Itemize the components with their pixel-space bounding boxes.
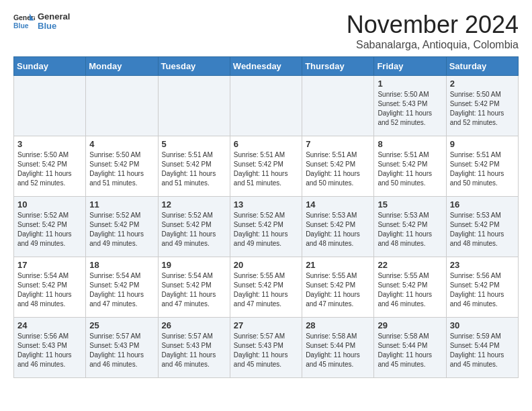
day-info: Sunrise: 5:58 AMSunset: 5:44 PMDaylight:… <box>378 332 442 369</box>
day-number: 27 <box>234 320 298 330</box>
day-number: 15 <box>378 199 442 210</box>
day-number: 13 <box>234 199 298 210</box>
calendar-cell: 4Sunrise: 5:50 AMSunset: 5:42 PMDaylight… <box>86 136 158 197</box>
day-number: 18 <box>89 260 154 270</box>
day-number: 12 <box>162 199 226 210</box>
logo-icon: General Blue <box>13 11 35 32</box>
calendar-cell <box>158 76 230 136</box>
weekday-header: Saturday <box>446 57 518 76</box>
day-number: 3 <box>17 139 82 149</box>
calendar-cell: 3Sunrise: 5:50 AMSunset: 5:42 PMDaylight… <box>14 136 86 197</box>
location-subtitle: Sabanalarga, Antioquia, Colombia <box>347 39 519 51</box>
day-number: 17 <box>17 260 82 270</box>
calendar-cell: 14Sunrise: 5:53 AMSunset: 5:42 PMDayligh… <box>302 197 374 257</box>
day-info: Sunrise: 5:53 AMSunset: 5:42 PMDaylight:… <box>450 211 515 248</box>
day-info: Sunrise: 5:57 AMSunset: 5:43 PMDaylight:… <box>234 332 298 369</box>
day-info: Sunrise: 5:51 AMSunset: 5:42 PMDaylight:… <box>234 150 298 188</box>
day-number: 28 <box>306 320 370 330</box>
day-info: Sunrise: 5:52 AMSunset: 5:42 PMDaylight:… <box>17 211 82 248</box>
calendar-cell: 19Sunrise: 5:54 AMSunset: 5:42 PMDayligh… <box>158 257 230 318</box>
calendar-cell: 12Sunrise: 5:52 AMSunset: 5:42 PMDayligh… <box>158 197 230 257</box>
header: General Blue General Blue November 2024 … <box>13 11 519 51</box>
day-info: Sunrise: 5:55 AMSunset: 5:42 PMDaylight:… <box>306 271 370 309</box>
day-info: Sunrise: 5:54 AMSunset: 5:42 PMDaylight:… <box>17 271 82 309</box>
day-number: 4 <box>89 139 154 149</box>
month-title: November 2024 <box>347 11 519 39</box>
day-info: Sunrise: 5:50 AMSunset: 5:43 PMDaylight:… <box>378 90 442 128</box>
day-info: Sunrise: 5:56 AMSunset: 5:43 PMDaylight:… <box>17 332 82 369</box>
day-info: Sunrise: 5:51 AMSunset: 5:42 PMDaylight:… <box>450 150 515 188</box>
day-info: Sunrise: 5:51 AMSunset: 5:42 PMDaylight:… <box>306 150 370 188</box>
calendar-cell: 25Sunrise: 5:57 AMSunset: 5:43 PMDayligh… <box>86 318 158 378</box>
day-info: Sunrise: 5:54 AMSunset: 5:42 PMDaylight:… <box>162 271 226 309</box>
logo-general-text: General <box>38 12 70 21</box>
calendar-cell: 2Sunrise: 5:50 AMSunset: 5:42 PMDaylight… <box>446 76 518 136</box>
day-number: 1 <box>378 79 442 89</box>
day-info: Sunrise: 5:54 AMSunset: 5:42 PMDaylight:… <box>89 271 154 309</box>
day-number: 19 <box>162 260 226 270</box>
calendar-cell: 27Sunrise: 5:57 AMSunset: 5:43 PMDayligh… <box>230 318 302 378</box>
day-number: 6 <box>234 139 298 149</box>
calendar-cell: 17Sunrise: 5:54 AMSunset: 5:42 PMDayligh… <box>14 257 86 318</box>
day-info: Sunrise: 5:50 AMSunset: 5:42 PMDaylight:… <box>450 90 515 128</box>
calendar-cell: 22Sunrise: 5:55 AMSunset: 5:42 PMDayligh… <box>374 257 446 318</box>
calendar-table: SundayMondayTuesdayWednesdayThursdayFrid… <box>13 56 519 378</box>
weekday-header: Thursday <box>302 57 374 76</box>
calendar-cell: 11Sunrise: 5:52 AMSunset: 5:42 PMDayligh… <box>86 197 158 257</box>
day-info: Sunrise: 5:57 AMSunset: 5:43 PMDaylight:… <box>162 332 226 369</box>
calendar-cell <box>14 76 86 136</box>
day-number: 14 <box>306 199 370 210</box>
calendar-cell: 26Sunrise: 5:57 AMSunset: 5:43 PMDayligh… <box>158 318 230 378</box>
logo-blue-text: Blue <box>38 21 70 31</box>
day-info: Sunrise: 5:51 AMSunset: 5:42 PMDaylight:… <box>162 150 226 188</box>
day-info: Sunrise: 5:52 AMSunset: 5:42 PMDaylight:… <box>89 211 154 248</box>
calendar-cell: 28Sunrise: 5:58 AMSunset: 5:44 PMDayligh… <box>302 318 374 378</box>
day-info: Sunrise: 5:50 AMSunset: 5:42 PMDaylight:… <box>89 150 154 188</box>
day-number: 24 <box>17 320 82 330</box>
day-info: Sunrise: 5:55 AMSunset: 5:42 PMDaylight:… <box>378 271 442 309</box>
day-number: 22 <box>378 260 442 270</box>
day-info: Sunrise: 5:52 AMSunset: 5:42 PMDaylight:… <box>234 211 298 248</box>
calendar-cell: 29Sunrise: 5:58 AMSunset: 5:44 PMDayligh… <box>374 318 446 378</box>
day-info: Sunrise: 5:59 AMSunset: 5:44 PMDaylight:… <box>450 332 515 369</box>
title-block: November 2024 Sabanalarga, Antioquia, Co… <box>347 11 519 51</box>
weekday-header: Wednesday <box>230 57 302 76</box>
day-number: 11 <box>89 199 154 210</box>
logo: General Blue General Blue <box>13 11 70 32</box>
calendar-cell: 1Sunrise: 5:50 AMSunset: 5:43 PMDaylight… <box>374 76 446 136</box>
day-info: Sunrise: 5:53 AMSunset: 5:42 PMDaylight:… <box>306 211 370 248</box>
calendar-cell: 20Sunrise: 5:55 AMSunset: 5:42 PMDayligh… <box>230 257 302 318</box>
day-info: Sunrise: 5:57 AMSunset: 5:43 PMDaylight:… <box>89 332 154 369</box>
day-number: 5 <box>162 139 226 149</box>
day-number: 29 <box>378 320 442 330</box>
calendar-cell: 30Sunrise: 5:59 AMSunset: 5:44 PMDayligh… <box>446 318 518 378</box>
weekday-header: Sunday <box>14 57 86 76</box>
calendar-cell <box>86 76 158 136</box>
svg-text:Blue: Blue <box>13 22 29 30</box>
calendar-cell: 23Sunrise: 5:56 AMSunset: 5:42 PMDayligh… <box>446 257 518 318</box>
day-number: 26 <box>162 320 226 330</box>
day-number: 20 <box>234 260 298 270</box>
day-info: Sunrise: 5:50 AMSunset: 5:42 PMDaylight:… <box>17 150 82 188</box>
calendar-cell: 5Sunrise: 5:51 AMSunset: 5:42 PMDaylight… <box>158 136 230 197</box>
calendar-cell: 7Sunrise: 5:51 AMSunset: 5:42 PMDaylight… <box>302 136 374 197</box>
calendar-cell: 24Sunrise: 5:56 AMSunset: 5:43 PMDayligh… <box>14 318 86 378</box>
calendar-cell: 16Sunrise: 5:53 AMSunset: 5:42 PMDayligh… <box>446 197 518 257</box>
calendar-cell: 15Sunrise: 5:53 AMSunset: 5:42 PMDayligh… <box>374 197 446 257</box>
day-info: Sunrise: 5:52 AMSunset: 5:42 PMDaylight:… <box>162 211 226 248</box>
day-number: 2 <box>450 79 515 89</box>
day-number: 10 <box>17 199 82 210</box>
day-info: Sunrise: 5:58 AMSunset: 5:44 PMDaylight:… <box>306 332 370 369</box>
day-number: 21 <box>306 260 370 270</box>
day-number: 23 <box>450 260 515 270</box>
day-info: Sunrise: 5:51 AMSunset: 5:42 PMDaylight:… <box>378 150 442 188</box>
calendar-cell: 18Sunrise: 5:54 AMSunset: 5:42 PMDayligh… <box>86 257 158 318</box>
calendar-cell: 10Sunrise: 5:52 AMSunset: 5:42 PMDayligh… <box>14 197 86 257</box>
calendar-cell: 6Sunrise: 5:51 AMSunset: 5:42 PMDaylight… <box>230 136 302 197</box>
weekday-header: Friday <box>374 57 446 76</box>
weekday-header: Monday <box>86 57 158 76</box>
day-info: Sunrise: 5:55 AMSunset: 5:42 PMDaylight:… <box>234 271 298 309</box>
calendar-cell <box>302 76 374 136</box>
calendar-cell: 9Sunrise: 5:51 AMSunset: 5:42 PMDaylight… <box>446 136 518 197</box>
weekday-header: Tuesday <box>158 57 230 76</box>
